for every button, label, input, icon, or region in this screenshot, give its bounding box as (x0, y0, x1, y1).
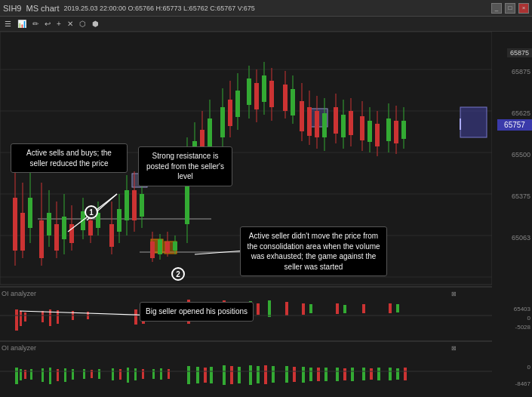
price-level-1: 65875 (512, 68, 530, 75)
svg-rect-14 (28, 198, 32, 228)
annotation-box-3: Active seller didn't move the price from… (240, 226, 387, 276)
chart-type-label: MS chart (26, 4, 59, 13)
svg-rect-173 (272, 366, 275, 383)
svg-rect-62 (220, 107, 225, 137)
svg-rect-64 (228, 100, 232, 126)
svg-rect-175 (293, 367, 296, 382)
svg-rect-84 (307, 107, 312, 136)
svg-rect-96 (360, 116, 364, 140)
minimize-button[interactable]: _ (491, 3, 502, 14)
svg-rect-170 (249, 365, 252, 385)
svg-text:⊠: ⊠ (451, 291, 457, 297)
toolbar: ☰ 📊 ✏ ↩ + ✕ ⬡ ⬢ (0, 17, 532, 32)
circle-label-2: 2 (171, 267, 185, 281)
toolbar-add[interactable]: + (55, 20, 63, 28)
ohlcv-label: 2019.25.03 22:00:00 O:65766 H:65773 L:65… (63, 5, 254, 12)
close-button[interactable]: × (518, 3, 529, 14)
toolbar-undo[interactable]: ↩ (43, 20, 52, 28)
svg-rect-20 (54, 224, 59, 251)
svg-rect-98 (367, 121, 372, 142)
ind1-value-low: -5028 (515, 324, 530, 331)
svg-rect-38 (125, 190, 129, 220)
svg-rect-159 (142, 369, 144, 379)
svg-rect-78 (291, 89, 295, 115)
svg-text:⊠: ⊠ (451, 345, 457, 352)
toolbar-menu[interactable]: ☰ (3, 20, 13, 28)
svg-rect-151 (72, 369, 74, 380)
svg-rect-163 (187, 366, 190, 384)
svg-rect-183 (362, 368, 365, 380)
maximize-button[interactable]: □ (505, 3, 515, 14)
svg-rect-181 (343, 368, 346, 380)
svg-rect-72 (262, 75, 266, 102)
svg-rect-133 (336, 303, 339, 314)
svg-rect-182 (351, 368, 354, 381)
svg-rect-178 (317, 368, 320, 381)
annotation-box-4: Big seller opened his positions (140, 302, 254, 322)
ind2-value-low: -8467 (515, 380, 530, 387)
svg-rect-100 (375, 124, 380, 146)
annotation-box-1: Active sells and buys; the seller reduce… (11, 143, 128, 173)
svg-rect-90 (334, 107, 338, 134)
svg-rect-132 (309, 304, 312, 313)
svg-rect-12 (20, 213, 25, 251)
svg-rect-131 (302, 303, 305, 315)
svg-rect-22 (62, 217, 66, 239)
svg-rect-157 (127, 368, 129, 383)
svg-text:OI analyzer: OI analyzer (2, 290, 36, 297)
svg-rect-104 (394, 121, 398, 143)
instrument-label: SIH9 (3, 4, 21, 13)
svg-rect-162 (168, 369, 170, 379)
svg-rect-147 (42, 368, 44, 382)
svg-text:OI analyzer: OI analyzer (2, 344, 36, 352)
svg-rect-179 (324, 368, 328, 381)
ind2-value-zero: 0 (527, 364, 530, 371)
toolbar-chart[interactable]: 📊 (16, 20, 28, 28)
price-level-5: 65063 (512, 234, 530, 242)
svg-rect-70 (254, 83, 259, 109)
svg-rect-48 (158, 239, 162, 254)
svg-rect-102 (386, 118, 391, 141)
svg-rect-146 (30, 369, 32, 380)
svg-rect-34 (109, 224, 114, 247)
svg-rect-161 (160, 368, 162, 380)
svg-rect-128 (257, 303, 260, 315)
svg-rect-171 (257, 366, 260, 383)
svg-rect-141 (0, 341, 492, 395)
svg-rect-184 (370, 368, 373, 380)
svg-rect-16 (39, 220, 44, 258)
svg-rect-174 (285, 366, 288, 383)
toolbar-settings2[interactable]: ⬢ (91, 20, 100, 28)
svg-rect-154 (98, 369, 100, 379)
svg-rect-106 (401, 121, 406, 139)
price-axis: 65875 65625 65500 65375 65063 (493, 32, 532, 288)
svg-rect-167 (223, 365, 226, 385)
svg-rect-130 (285, 302, 288, 315)
svg-rect-168 (230, 366, 233, 384)
svg-rect-18 (47, 213, 51, 235)
chart-svg: OI analyzer ⊠ (0, 32, 492, 397)
svg-rect-164 (196, 367, 199, 383)
svg-rect-92 (341, 115, 346, 137)
svg-rect-112 (20, 311, 22, 326)
toolbar-settings1[interactable]: ⬡ (78, 20, 88, 28)
svg-rect-172 (264, 365, 267, 384)
svg-rect-176 (302, 367, 305, 383)
svg-rect-74 (269, 81, 274, 107)
svg-rect-135 (362, 304, 365, 313)
svg-rect-149 (57, 369, 59, 381)
svg-rect-111 (15, 309, 18, 331)
current-price-badge: 65757 (497, 119, 532, 131)
toolbar-draw[interactable]: ✏ (31, 20, 40, 28)
svg-rect-180 (336, 368, 339, 381)
svg-rect-40 (132, 190, 137, 220)
ind1-value-zero: 0 (527, 315, 530, 322)
svg-rect-158 (134, 368, 137, 380)
svg-rect-24 (69, 224, 74, 243)
svg-rect-42 (140, 194, 144, 217)
toolbar-remove[interactable]: ✕ (66, 20, 75, 28)
svg-rect-150 (64, 368, 66, 382)
svg-rect-137 (396, 304, 399, 312)
svg-rect-68 (247, 78, 251, 105)
svg-rect-28 (88, 220, 93, 235)
